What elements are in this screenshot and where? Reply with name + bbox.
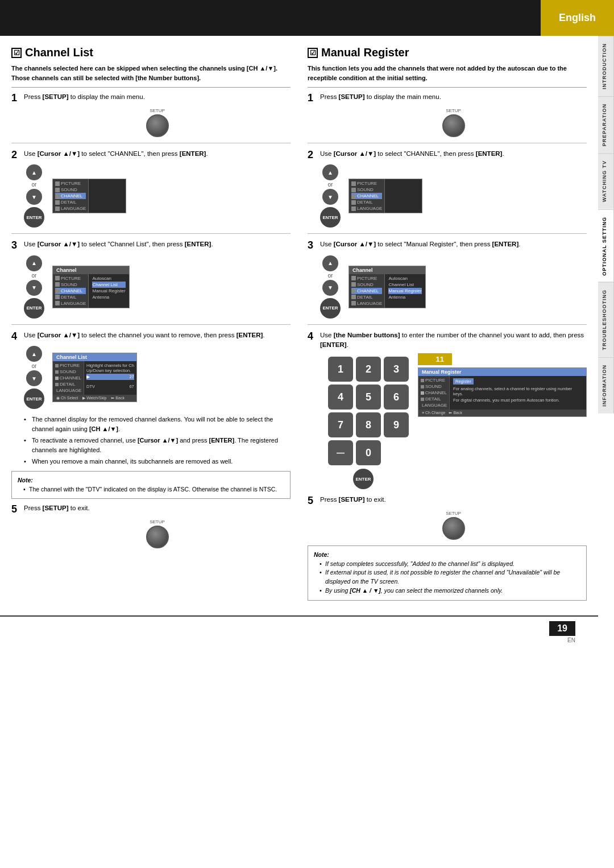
mr-mock-sound: SOUND bbox=[421, 383, 447, 390]
mr-step2-header: 2 Use [Cursor ▲/▼] to select "CHANNEL", … bbox=[308, 149, 587, 162]
cl-menu-channel: CHANNEL bbox=[55, 193, 86, 199]
cl-step3-antenna: Antenna bbox=[92, 294, 125, 300]
mr-step2-ill: ▲ or ▼ ENTER PICTURE SOUND CHANNEL DETAI… bbox=[320, 164, 587, 228]
mr-divider1 bbox=[308, 143, 587, 143]
mr-step3-menu-right: Autoscan Channel List Manual Register An… bbox=[385, 274, 425, 308]
checkbox-icon: ☑ bbox=[11, 48, 22, 58]
cl-step1-num: 1 bbox=[11, 92, 20, 105]
divider bbox=[11, 87, 291, 88]
mr-step5-header: 5 Press [SETUP] to exit. bbox=[308, 495, 587, 507]
mr-step2-menu: PICTURE SOUND CHANNEL DETAIL LANGUAGE bbox=[349, 179, 422, 213]
cl-step3-autoscan: Autoscan bbox=[92, 275, 125, 282]
cl-list-footer: ◉ Ch Select ▶ Watch/Skip ⬅ Back bbox=[53, 395, 136, 402]
mr-numpad: 1 2 3 4 5 6 7 8 9 — 0 bbox=[328, 357, 409, 465]
mr-s3-antenna: Antenna bbox=[388, 294, 421, 300]
mr-s3-autoscan: Autoscan bbox=[388, 275, 421, 282]
cl-footer-watch: ▶ Watch/Skip bbox=[82, 396, 106, 400]
cl-menu-language: LANGUAGE bbox=[55, 205, 86, 212]
mr-step3-arrows: ▲ or ▼ ENTER bbox=[320, 255, 341, 319]
cl-note-box: Note: The channel with the "DTV" indicat… bbox=[11, 471, 291, 499]
cl-step5-setup-btn bbox=[146, 526, 169, 548]
cl-or-label: or bbox=[32, 181, 37, 188]
manual-register-title: ☑ Manual Register bbox=[308, 46, 587, 59]
mr-step3-ill: ▲ or ▼ ENTER Channel PICTURE SOUND CHANN… bbox=[320, 255, 587, 319]
mr-s2-sound: SOUND bbox=[351, 187, 382, 193]
mr-step3-menu: Channel PICTURE SOUND CHANNEL DETAIL LAN… bbox=[349, 266, 426, 308]
mr-step2-menu-left: PICTURE SOUND CHANNEL DETAIL LANGUAGE bbox=[349, 179, 385, 213]
cl-step4-arrow-up: ▲ bbox=[26, 346, 42, 362]
cl-divider1 bbox=[11, 143, 291, 143]
mr-num-0: 0 bbox=[356, 440, 381, 465]
cl-step2-ill: ▲ or ▼ ENTER PICTURE SOUND CHANNEL DETA bbox=[24, 164, 291, 228]
mr-mock-picture: PICTURE bbox=[421, 377, 447, 383]
main-content: ☑ Channel List The channels selected her… bbox=[0, 36, 598, 615]
mr-mock-channel: CHANNEL bbox=[421, 390, 447, 396]
side-tabs: INTRODUCTION PREPARATION WATCHING TV OPT… bbox=[598, 36, 614, 414]
cl-step3-channellist: Channel List bbox=[92, 282, 125, 288]
mr-footer-ch: ≡ Ch Change bbox=[422, 411, 445, 415]
cl-row-1: ▶27 bbox=[86, 374, 134, 380]
cl-list-detail: DETAIL bbox=[55, 381, 81, 387]
mr-num-1: 1 bbox=[328, 357, 353, 382]
mr-note-3: By using [CH ▲ / ▼], you can select the … bbox=[320, 586, 580, 596]
mr-step2-down: ▼ bbox=[322, 189, 338, 205]
cl-subtitle: Highlight channels for ChUp/Down key sel… bbox=[86, 362, 134, 374]
mr-step-3: 3 Use [Cursor ▲/▼] to select "Manual Reg… bbox=[308, 239, 587, 319]
mr-note-2: If external input is used, it is not pos… bbox=[320, 568, 580, 586]
cl-step5-header: 5 Press [SETUP] to exit. bbox=[11, 503, 291, 516]
cl-step-3: 3 Use [Cursor ▲/▼] to select "Channel Li… bbox=[11, 239, 291, 319]
mr-mock-footer: ≡ Ch Change ⬅ Back bbox=[418, 410, 586, 416]
cl-arrow-up: ▲ bbox=[26, 164, 42, 180]
mr-step5-btn bbox=[442, 517, 465, 540]
mr-step3-header: 3 Use [Cursor ▲/▼] to select "Manual Reg… bbox=[308, 239, 587, 252]
cl-divider2 bbox=[11, 233, 291, 234]
mr-analog-text: For analog channels, select a channel to… bbox=[453, 386, 583, 396]
mr-setup-btn bbox=[442, 114, 465, 137]
cl-menu-picture: PICTURE bbox=[55, 180, 86, 187]
mr-channel-display: 11 bbox=[418, 353, 452, 365]
cl-step3-num: 3 bbox=[11, 239, 20, 252]
mr-s3-manualreg: Manual Register bbox=[388, 288, 421, 294]
mr-digital-text: For digital channels, you must perform A… bbox=[453, 398, 583, 403]
side-tab-optional: OPTIONAL SETTING bbox=[598, 209, 614, 283]
cl-menu-detail: DETAIL bbox=[55, 199, 86, 205]
cl-step2-header: 2 Use [Cursor ▲/▼] to select "CHANNEL", … bbox=[11, 149, 291, 162]
mr-step2-up: ▲ bbox=[322, 164, 338, 180]
cl-step3-ill: ▲ or ▼ ENTER Channel PICTURE SOUND CHANN… bbox=[24, 255, 291, 319]
mr-step1-setup: SETUP bbox=[320, 108, 587, 137]
mr-s3-picture: PICTURE bbox=[351, 275, 382, 282]
top-bar: English bbox=[0, 0, 614, 36]
mr-step1-header: 1 Press [SETUP] to display the main menu… bbox=[308, 92, 587, 105]
cl-step3-arrows: ▲ or ▼ ENTER bbox=[24, 255, 44, 319]
cl-step2-menu: PICTURE SOUND CHANNEL DETAIL LANGUAGE bbox=[52, 179, 126, 213]
cl-step3-menu-right: Autoscan Channel List Manual Register An… bbox=[89, 274, 128, 308]
cl-row-5: DTV67 bbox=[86, 383, 134, 390]
cl-step3-language: LANGUAGE bbox=[55, 300, 86, 307]
cl-step5-setup: SETUP bbox=[24, 519, 291, 548]
cl-step3-arrow-down: ▼ bbox=[26, 280, 42, 296]
cl-bullets: The channel display for the removed chan… bbox=[24, 415, 291, 466]
cl-step3-menu-sidebar: PICTURE SOUND CHANNEL DETAIL LANGUAGE Au… bbox=[53, 274, 129, 308]
cl-step4-num: 4 bbox=[11, 330, 20, 343]
mr-step3-down: ▼ bbox=[322, 280, 338, 296]
mr-num-7: 7 bbox=[328, 412, 353, 437]
cl-list-language: LANGUAGE bbox=[55, 387, 81, 394]
mr-step4-header: 4 Use [the Number buttons] to enter the … bbox=[308, 330, 587, 350]
mr-step5-text: Press [SETUP] to exit. bbox=[320, 495, 386, 505]
cl-step3-detail: DETAIL bbox=[55, 294, 86, 300]
mr-step3-or: or bbox=[328, 272, 333, 279]
cl-setup-label: SETUP bbox=[150, 108, 165, 113]
page-footer: 19 EN bbox=[0, 615, 598, 648]
mr-step2-menu-sidebar: PICTURE SOUND CHANNEL DETAIL LANGUAGE bbox=[349, 179, 422, 213]
cl-step5-setup-label: SETUP bbox=[150, 519, 165, 524]
cl-step2-menu-sidebar: PICTURE SOUND CHANNEL DETAIL LANGUAGE bbox=[53, 179, 126, 213]
channel-list-desc1: The channels selected here can be skippe… bbox=[11, 64, 291, 82]
side-tab-preparation: PREPARATION bbox=[598, 96, 614, 153]
mr-desc: This function lets you add the channels … bbox=[308, 64, 587, 82]
mr-note-list: If setup completes successfully, "Added … bbox=[314, 560, 580, 596]
mr-s3-detail: DETAIL bbox=[351, 294, 382, 300]
mr-checkbox-icon: ☑ bbox=[308, 48, 318, 58]
cl-list-sound: SOUND bbox=[55, 369, 81, 375]
cl-step3-menu-left: PICTURE SOUND CHANNEL DETAIL LANGUAGE bbox=[53, 274, 89, 308]
mr-note-title: Note: bbox=[314, 551, 580, 560]
